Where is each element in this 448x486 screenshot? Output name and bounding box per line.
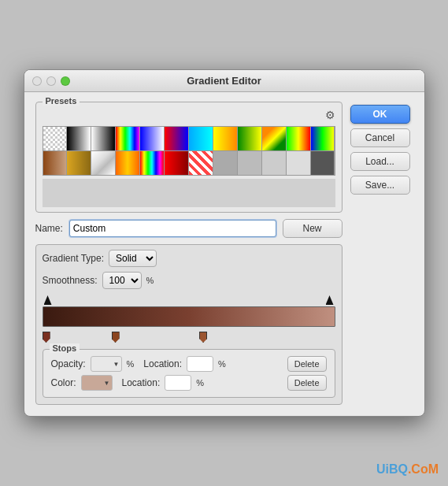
gradient-type-label: Gradient Type: bbox=[43, 253, 105, 264]
color-stops-container bbox=[43, 328, 335, 343]
opacity-stop-row-controls: Opacity: ▼ % Location: % Delete bbox=[51, 356, 327, 372]
preset-swatch[interactable] bbox=[140, 127, 164, 150]
color-location-label: Location: bbox=[122, 377, 161, 388]
opacity-location-label: Location: bbox=[143, 358, 182, 369]
preset-swatch[interactable] bbox=[311, 151, 335, 175]
preset-swatch[interactable] bbox=[287, 127, 310, 150]
preset-swatch[interactable] bbox=[116, 151, 139, 175]
preset-swatch[interactable] bbox=[140, 151, 164, 175]
opacity-stop-left[interactable] bbox=[44, 295, 52, 305]
preset-swatch[interactable] bbox=[238, 151, 261, 175]
gradient-type-select[interactable]: Solid Noise bbox=[109, 250, 157, 267]
gradient-editor-window: Gradient Editor Presets ⚙ bbox=[24, 69, 425, 417]
presets-label: Presets bbox=[43, 96, 80, 106]
color-label: Color: bbox=[51, 377, 76, 388]
opacity-dropdown-arrow: ▼ bbox=[113, 360, 120, 367]
preset-swatch[interactable] bbox=[262, 127, 286, 150]
gradient-bar-wrapper bbox=[43, 306, 335, 327]
opacity-value-box[interactable]: ▼ bbox=[91, 356, 122, 372]
preset-swatch[interactable] bbox=[116, 127, 139, 150]
presets-header: ⚙ bbox=[43, 109, 335, 121]
presets-empty-area bbox=[43, 179, 335, 207]
new-button[interactable]: New bbox=[283, 219, 342, 238]
opacity-label: Opacity: bbox=[51, 358, 86, 369]
color-value-box[interactable]: ▼ bbox=[81, 375, 113, 391]
window-title: Gradient Editor bbox=[187, 75, 261, 87]
preset-swatch[interactable] bbox=[165, 151, 188, 175]
preset-swatch[interactable] bbox=[67, 151, 91, 175]
gradient-type-row: Gradient Type: Solid Noise bbox=[43, 250, 335, 267]
name-row: Name: New bbox=[35, 219, 342, 238]
name-input[interactable] bbox=[69, 220, 276, 237]
opacity-location-pct: % bbox=[218, 359, 226, 369]
preset-swatch[interactable] bbox=[67, 127, 91, 150]
presets-group: Presets ⚙ bbox=[35, 102, 342, 213]
close-button[interactable] bbox=[32, 76, 42, 86]
preset-swatch[interactable] bbox=[213, 127, 237, 150]
preset-swatch[interactable] bbox=[43, 127, 67, 150]
left-panel: Presets ⚙ bbox=[35, 102, 342, 405]
watermark: UiBQ.CoM bbox=[376, 462, 439, 477]
gradient-editor-area: Gradient Type: Solid Noise Smoothness: 1… bbox=[35, 244, 342, 405]
opacity-delete-button[interactable]: Delete bbox=[287, 356, 327, 372]
smoothness-row: Smoothness: 100 % bbox=[43, 272, 335, 289]
preset-swatch[interactable] bbox=[91, 127, 115, 150]
ok-button[interactable]: OK bbox=[350, 105, 410, 124]
preset-swatch[interactable] bbox=[213, 151, 237, 175]
stops-group-label: Stops bbox=[50, 343, 80, 353]
color-stop-2[interactable] bbox=[112, 332, 120, 343]
right-panel: OK Cancel Load... Save... bbox=[350, 102, 413, 405]
gradient-bar[interactable] bbox=[43, 306, 335, 327]
content-area: Presets ⚙ bbox=[24, 92, 424, 416]
smoothness-label: Smoothness: bbox=[43, 275, 98, 286]
preset-swatch[interactable] bbox=[165, 127, 188, 150]
opacity-pct-label: % bbox=[127, 359, 135, 369]
load-button[interactable]: Load... bbox=[350, 152, 410, 171]
color-location-input[interactable] bbox=[165, 375, 191, 391]
preset-swatch[interactable] bbox=[91, 151, 115, 175]
presets-grid bbox=[43, 126, 335, 176]
preset-swatch[interactable] bbox=[189, 127, 213, 150]
preset-swatch[interactable] bbox=[189, 151, 213, 175]
opacity-location-input[interactable] bbox=[187, 356, 213, 372]
opacity-stop-right[interactable] bbox=[326, 295, 334, 305]
maximize-button[interactable] bbox=[61, 76, 70, 86]
preset-swatch[interactable] bbox=[262, 151, 286, 175]
color-stop-row-controls: Color: ▼ Location: % Delete bbox=[51, 375, 327, 391]
minimize-button[interactable] bbox=[46, 76, 56, 86]
stops-group: Stops Opacity: ▼ % Location: % Delete bbox=[43, 349, 335, 398]
color-location-pct: % bbox=[196, 378, 204, 388]
smoothness-select[interactable]: 100 bbox=[102, 272, 142, 289]
opacity-stop-row bbox=[43, 295, 335, 305]
gear-icon[interactable]: ⚙ bbox=[325, 109, 335, 121]
cancel-button[interactable]: Cancel bbox=[350, 128, 410, 147]
traffic-lights bbox=[32, 76, 70, 86]
preset-swatch[interactable] bbox=[287, 151, 310, 175]
color-stop-3[interactable] bbox=[199, 332, 207, 343]
preset-swatch[interactable] bbox=[238, 127, 261, 150]
color-stop-1[interactable] bbox=[43, 332, 50, 343]
smoothness-unit: % bbox=[146, 276, 154, 285]
color-delete-button[interactable]: Delete bbox=[287, 375, 327, 391]
name-label: Name: bbox=[35, 223, 63, 234]
color-dropdown-arrow: ▼ bbox=[104, 379, 110, 386]
preset-swatch[interactable] bbox=[43, 151, 67, 175]
preset-swatch[interactable] bbox=[311, 127, 335, 150]
save-button[interactable]: Save... bbox=[350, 176, 410, 195]
titlebar: Gradient Editor bbox=[24, 70, 424, 92]
